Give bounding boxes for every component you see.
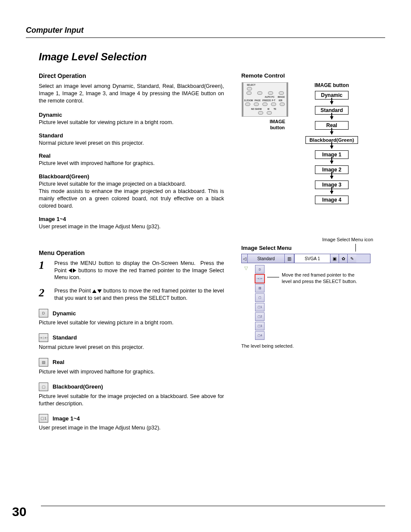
flow-title: IMAGE button xyxy=(314,82,349,88)
step-text-inner: Press the MENU button to display the On-… xyxy=(54,260,224,281)
flow-diagram: IMAGE button Dynamic Standard Real Black… xyxy=(302,82,362,204)
arrow-down-icon xyxy=(330,116,333,120)
menu-icon: ✿ xyxy=(339,254,348,263)
remote-diagram: SELECT AUTO PC IMAGE xyxy=(242,82,288,117)
arrow-down-icon xyxy=(330,176,333,179)
left-column: Direct Operation Select an image level a… xyxy=(39,72,224,435)
arrow-down-icon xyxy=(330,161,333,164)
direct-item-name: Image 1~4 xyxy=(39,216,224,222)
remote-freeze-label: FREEZE xyxy=(262,99,271,102)
icon-label: Standard xyxy=(53,334,77,341)
page-number: 30 xyxy=(12,504,26,519)
icon-label: Blackboard(Green) xyxy=(53,383,103,390)
arrow-down-icon xyxy=(330,101,333,105)
direct-item-name: Dynamic xyxy=(39,112,224,118)
remote-te-label: TE xyxy=(274,108,276,110)
triangle-right-icon xyxy=(73,268,76,273)
dynamic-icon: D xyxy=(39,309,48,317)
remote-dzoom-label: D.ZOOM xyxy=(244,99,253,102)
remote-btn xyxy=(268,91,273,95)
menu-item-standard-icon: ⇢○⇠ xyxy=(255,274,265,283)
arrow-down-icon xyxy=(330,146,333,149)
menu-current-mode: Standard xyxy=(248,254,285,263)
direct-intro: Select an image level among Dynamic, Sta… xyxy=(39,83,224,105)
direct-item-name: Standard xyxy=(39,132,224,139)
triangle-left-icon xyxy=(68,268,72,273)
image14-icon: ▢1 xyxy=(39,414,48,423)
remote-illustration: SELECT AUTO PC IMAGE xyxy=(241,82,289,204)
menu-item-image2-icon: ▢2 xyxy=(255,312,265,321)
annotation-line-icon xyxy=(267,277,279,277)
annotation-text: Move the red framed pointer to the level… xyxy=(282,272,359,285)
remote-btn xyxy=(267,111,272,115)
remote-btn xyxy=(262,103,268,106)
icon-row-blackboard: ▢ Blackboard(Green) xyxy=(39,383,224,391)
menu-signal: SVGA 1 xyxy=(294,254,330,263)
remote-btn xyxy=(246,91,252,95)
flow-item: Image 4 xyxy=(315,196,349,204)
step-1: 1 Press the MENU button to display the O… xyxy=(39,260,224,282)
remote-ier-label: IER xyxy=(279,99,282,102)
remote-heading: Remote Control xyxy=(241,72,375,79)
menu-item-real-icon: ▧ xyxy=(255,284,265,292)
menu-icon: ▣ xyxy=(330,254,339,263)
remote-noshow-label: NO SHOW xyxy=(251,108,262,110)
icon-desc: Normal picture level preset on this proj… xyxy=(39,344,224,351)
direct-item-name: Blackboard(Green) xyxy=(39,173,224,180)
direct-item-desc: Picture level with improved halftone for… xyxy=(39,160,224,167)
pointer-annotation: Move the red framed pointer to the level… xyxy=(265,265,375,340)
triangle-up-icon xyxy=(92,289,97,293)
ism-heading: Image Select Menu xyxy=(241,245,375,251)
image-select-menu-block: Image Select Menu icon Image Select Menu… xyxy=(241,245,375,348)
triangle-down-icon: ▽ xyxy=(244,265,248,271)
remote-btn xyxy=(280,103,285,106)
step-text: Press the MENU button to display the On-… xyxy=(54,260,224,282)
menu-heading: Menu Operation xyxy=(39,249,224,256)
menu-left-cap-icon: ◁ xyxy=(242,254,248,263)
remote-pt-label: P-T xyxy=(272,99,275,102)
step-text: Press the Point buttons to move the red … xyxy=(54,287,224,302)
icon-desc: Picture level suitable for the image pro… xyxy=(39,393,224,408)
image-button-label: IMAGE button xyxy=(266,118,289,131)
remote-m-label: M xyxy=(268,108,269,110)
direct-item-desc: Picture level suitable for the image pro… xyxy=(39,180,224,210)
ism-caption: The level being selected. xyxy=(241,343,375,348)
icon-desc: User preset image in the Image Adjust Me… xyxy=(39,424,224,432)
direct-item-desc: Normal picture level preset on this proj… xyxy=(39,140,224,147)
direct-item-name: Real xyxy=(39,152,224,159)
icon-row-real: ▧ Real xyxy=(39,358,224,367)
icon-row-image14: ▢1 Image 1~4 xyxy=(39,414,224,423)
right-column: Remote Control SELECT AUTO PC IMAGE xyxy=(241,72,375,435)
icon-desc: Picture level suitable for viewing pictu… xyxy=(39,319,224,327)
osd-menu-bar: ◁ Standard ▥ SVGA 1 ▣ ✿ ✎ xyxy=(241,254,371,263)
icon-label: Dynamic xyxy=(53,310,76,317)
menu-icon: ✎ xyxy=(348,254,356,263)
remote-btn xyxy=(271,103,276,106)
icon-row-dynamic: D Dynamic xyxy=(39,309,224,317)
direct-item-desc: Picture level suitable for viewing pictu… xyxy=(39,119,224,126)
blackboard-icon: ▢ xyxy=(39,383,48,391)
menu-item-image3-icon: ▢3 xyxy=(255,322,265,330)
direct-item-desc: User preset image in the Image Adjust Me… xyxy=(39,223,224,230)
step-2: 2 Press the Point buttons to move the re… xyxy=(39,287,224,302)
icon-label: Real xyxy=(53,359,64,365)
triangle-down-icon xyxy=(97,289,102,293)
ism-pointer-label: Image Select Menu icon xyxy=(322,237,373,242)
remote-btn xyxy=(247,87,252,90)
remote-btn xyxy=(257,91,262,95)
page-title: Image Level Selection xyxy=(39,51,385,63)
step-number: 2 xyxy=(39,287,48,302)
footer-rule xyxy=(41,506,385,506)
osd-menu-body: ▽ D ⇢○⇠ ▧ ▢ ▢1 ▢2 ▢3 ▢4 Move the red fra… xyxy=(241,265,375,340)
remote-btn xyxy=(258,111,263,115)
step-text-inner: Press the Point buttons to move the red … xyxy=(54,288,224,301)
icon-row-standard: ⇢○⇠ Standard xyxy=(39,333,224,342)
arrow-down-icon xyxy=(330,131,333,135)
remote-btn xyxy=(245,103,250,106)
remote-autopc-label: AUTO PC xyxy=(265,96,274,98)
icon-desc: Picture level with improved halftone for… xyxy=(39,368,224,376)
header-rule xyxy=(26,37,385,38)
remote-btn xyxy=(254,103,259,106)
remote-page-label: PAGE xyxy=(255,99,261,102)
remote-select-label: SELECT xyxy=(247,84,255,86)
